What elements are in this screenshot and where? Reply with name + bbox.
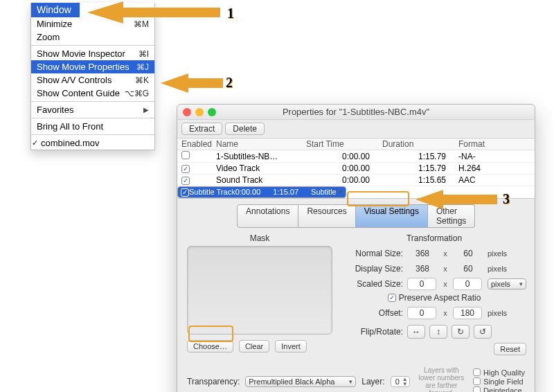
layer-stepper[interactable]: 0 ▲▼ [391, 376, 410, 387]
rotate-cw-icon[interactable]: ↻ [452, 325, 470, 339]
track-format: -NA- [458, 152, 530, 161]
checkbox-icon[interactable] [473, 386, 481, 392]
window-titlebar[interactable]: Properties for "1-Subtitles-NBC.m4v" [177, 105, 535, 120]
flip-rotate-label: Flip/Rotate: [342, 327, 403, 337]
x-separator: x [442, 309, 449, 317]
scaled-size-label: Scaled Size: [342, 279, 403, 289]
mask-title: Mask [187, 233, 332, 243]
annotation-callout-2: 2 [226, 75, 233, 91]
col-enabled: Enabled [181, 139, 216, 149]
track-duration: 1:15.79 [382, 163, 458, 173]
flip-horizontal-icon[interactable]: ↔ [407, 325, 425, 339]
preserve-aspect-checkbox[interactable] [388, 294, 396, 302]
normal-height: 60 [453, 249, 483, 258]
offset-label: Offset: [342, 308, 403, 318]
x-separator: x [442, 249, 449, 258]
scaled-unit-select[interactable]: pixels [488, 278, 526, 289]
tab-resources[interactable]: Resources [298, 204, 355, 228]
layer-label: Layer: [361, 377, 384, 386]
tab-annotations[interactable]: Annotations [237, 204, 298, 228]
stepper-arrows-icon[interactable]: ▲▼ [402, 377, 408, 386]
reset-button[interactable]: Reset [494, 343, 526, 355]
offset-y-input[interactable] [453, 307, 482, 319]
offset-x-input[interactable] [407, 307, 436, 319]
delete-button[interactable]: Delete [225, 123, 265, 135]
checkbox-icon[interactable] [473, 368, 481, 376]
menu-item-label: Show Movie Properties [37, 62, 136, 72]
high-quality-option[interactable]: High Quality [473, 368, 525, 377]
normal-width: 368 [407, 249, 438, 258]
menu-item-bring-all-to-front[interactable]: Bring All to Front [31, 120, 154, 133]
track-duration: 1:15.79 [382, 152, 458, 161]
annotation-arrow-2 [158, 69, 227, 97]
layer-hint: Layers with lower numbers are farther fo… [416, 366, 467, 393]
menu-item-shortcut: ⌘M [134, 19, 149, 29]
track-format: AAC [458, 175, 530, 185]
pixels-label: pixels [488, 309, 526, 317]
chevron-right-icon: ▶ [143, 106, 149, 114]
menu-item-show-content-guide[interactable]: Show Content Guide ⌥⌘G [31, 87, 154, 100]
minimize-icon[interactable] [195, 108, 204, 116]
col-start: Start Time [306, 139, 382, 149]
close-icon[interactable] [183, 108, 191, 116]
scaled-width-input[interactable] [407, 278, 436, 290]
display-size-label: Display Size: [342, 264, 403, 274]
window-menu: Window Minimize ⌘M Zoom Show Movie Inspe… [30, 3, 155, 150]
tab-visual-settings[interactable]: Visual Settings [356, 204, 428, 228]
track-name: 1-Subtitles-NB… [216, 152, 306, 161]
extract-button[interactable]: Extract [181, 123, 222, 135]
menu-item-label: Minimize [37, 19, 134, 29]
menu-item-zoom[interactable]: Zoom [31, 30, 154, 44]
menu-item-shortcut: ⌘I [138, 49, 149, 59]
properties-window: Properties for "1-Subtitles-NBC.m4v" Ext… [177, 104, 535, 392]
tab-other-settings[interactable]: Other Settings [428, 204, 475, 228]
display-height: 60 [453, 264, 483, 274]
menu-item-favorites[interactable]: Favorites ▶ [31, 103, 154, 116]
mask-well[interactable] [187, 246, 332, 335]
tab-bar: Annotations Resources Visual Settings Ot… [177, 199, 535, 232]
table-row[interactable]: Subtitle Track 0:00.00 1:15.07 Subtitle [177, 186, 346, 198]
menu-item-label: Show Movie Inspector [37, 48, 138, 59]
traffic-lights [183, 108, 216, 116]
menu-separator [31, 45, 154, 46]
transparency-select[interactable]: Premultiplied Black Alpha [245, 376, 356, 387]
menu-item-shortcut: ⌥⌘G [125, 89, 149, 98]
preserve-aspect-label: Preserve Aspect Ratio [399, 293, 481, 303]
menu-title-window[interactable]: Window [31, 3, 80, 17]
table-row[interactable]: Sound Track 0:00.00 1:15.65 AAC [177, 175, 535, 186]
rotate-ccw-icon[interactable]: ↺ [474, 325, 492, 339]
clear-button[interactable]: Clear [239, 340, 269, 353]
menu-item-minimize[interactable]: Minimize ⌘M [31, 17, 154, 30]
single-field-option[interactable]: Single Field [473, 377, 525, 386]
transformation-panel: Transformation Normal Size: 368 x 60 pix… [342, 233, 526, 355]
enable-checkbox[interactable] [181, 188, 189, 197]
flip-vertical-icon[interactable]: ↕ [429, 325, 447, 339]
choose-button[interactable]: Choose… [187, 340, 233, 353]
enable-checkbox[interactable] [181, 151, 190, 159]
table-row[interactable]: 1-Subtitles-NB… 0:00.00 1:15.79 -NA- [177, 150, 535, 163]
zoom-icon[interactable] [208, 108, 216, 116]
annotation-callout-1: 1 [227, 6, 234, 21]
table-row[interactable]: Video Track 0:00.00 1:15.79 H.264 [177, 163, 535, 175]
track-name: Subtitle Track [189, 188, 235, 196]
invert-button[interactable]: Invert [275, 340, 307, 353]
enable-checkbox[interactable] [181, 165, 190, 173]
transparency-label: Transparency: [187, 377, 240, 386]
window-toolbar: Extract Delete [177, 120, 535, 139]
menu-item-show-movie-inspector[interactable]: Show Movie Inspector ⌘I [31, 47, 154, 60]
menu-item-combined-mov[interactable]: ✓ combined.mov [31, 136, 154, 150]
enable-checkbox[interactable] [181, 177, 190, 185]
scaled-height-input[interactable] [453, 278, 482, 290]
transformation-title: Transformation [342, 233, 526, 243]
checkbox-icon[interactable] [473, 377, 481, 385]
menu-item-shortcut: ⌘K [135, 75, 149, 85]
menu-item-show-movie-properties[interactable]: Show Movie Properties ⌘J [31, 60, 154, 73]
track-name: Video Track [216, 163, 306, 173]
pixels-label: pixels [488, 265, 526, 273]
normal-size-label: Normal Size: [342, 249, 403, 258]
menu-item-show-av-controls[interactable]: Show A/V Controls ⌘K [31, 73, 154, 87]
deinterlace-option[interactable]: Deinterlace [473, 386, 525, 393]
menu-separator [31, 101, 154, 102]
display-width: 368 [407, 264, 438, 274]
x-separator: x [442, 280, 449, 288]
